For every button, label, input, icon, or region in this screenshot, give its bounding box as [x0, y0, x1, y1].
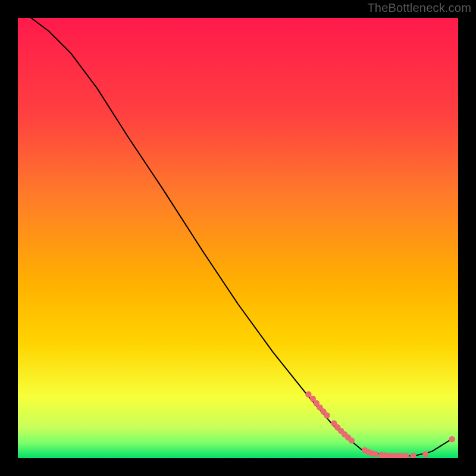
- chart-frame: TheBottleneck.com: [0, 0, 476, 476]
- data-marker: [372, 451, 378, 457]
- data-marker: [324, 412, 330, 418]
- chart-svg: [18, 18, 458, 458]
- data-marker: [305, 392, 311, 397]
- plot-area: [18, 18, 458, 458]
- data-marker: [349, 437, 355, 443]
- data-marker: [422, 451, 428, 457]
- data-marker: [449, 436, 455, 442]
- watermark-text: TheBottleneck.com: [367, 1, 471, 15]
- gradient-background: [18, 18, 458, 458]
